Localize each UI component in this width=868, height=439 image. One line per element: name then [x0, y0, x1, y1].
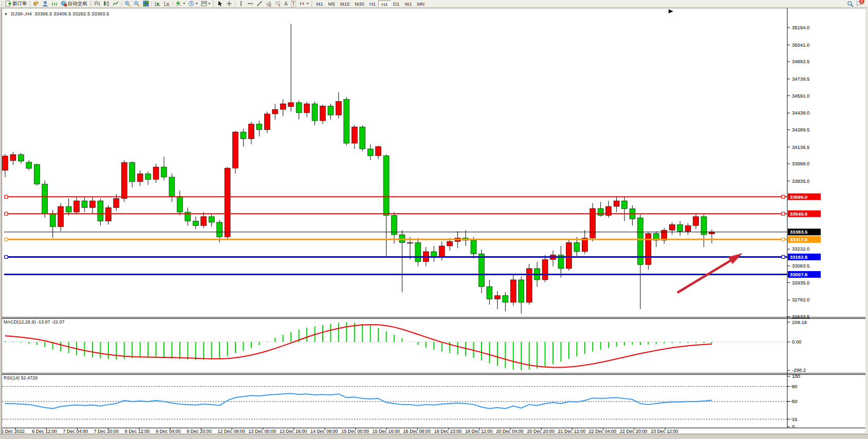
candle-bearish — [344, 99, 349, 143]
candle-bearish — [26, 162, 32, 168]
channel-tool-button[interactable]: E — [264, 0, 273, 7]
price-tick-label: 34438.0 — [792, 110, 809, 116]
indicators-button[interactable]: ▾ — [174, 0, 187, 7]
price-label-text: 33383.5 — [790, 229, 808, 235]
price-label-text: 33317.6 — [790, 237, 807, 242]
price-tick-label: 35041.0 — [792, 42, 809, 48]
price-chart[interactable]: 35194.035041.034892.534739.534591.034438… — [0, 8, 868, 434]
price-label-text: 33545.6 — [790, 211, 807, 217]
signal-icon — [51, 1, 58, 7]
line-handle — [5, 212, 8, 215]
timeframe-H4[interactable]: H4 — [378, 1, 391, 7]
line-chart-icon — [113, 1, 119, 7]
time-axis-label: 6 Dec 12:00 — [32, 429, 57, 434]
timeframe-M15[interactable]: M15 — [338, 1, 352, 7]
templates-button[interactable]: ▾ — [199, 0, 212, 7]
candle-bearish — [66, 206, 71, 212]
candle-bearish — [471, 240, 476, 254]
autotrade-globe-icon — [61, 1, 67, 7]
window-bottom-strip — [0, 434, 868, 439]
auto-scroll-button[interactable] — [153, 0, 162, 7]
line-handle — [5, 255, 8, 258]
candle-bullish — [3, 156, 8, 170]
new-order-button[interactable]: 新订单 — [4, 0, 29, 7]
text-label-tool-label: T — [291, 1, 296, 7]
time-axis-label: 16 Dec 08:00 — [403, 429, 431, 434]
autotrade-button[interactable]: 自动交易 — [59, 0, 89, 7]
candle-bearish — [50, 214, 56, 226]
time-axis-label: 9 Dec 20:00 — [187, 429, 212, 434]
candle-chart-mode-button[interactable] — [102, 0, 111, 7]
tile-windows-button[interactable] — [141, 0, 151, 7]
macd-axis-label: -298.2 — [792, 367, 806, 373]
candle-bullish — [153, 167, 159, 179]
notifications-button[interactable]: 1 — [855, 0, 864, 7]
price-label-text: 33007.6 — [790, 272, 807, 277]
time-axis-label: 22 Dec 20:00 — [620, 429, 648, 434]
crosshair-tool-button[interactable] — [225, 0, 234, 7]
price-tick-label: 33232.0 — [792, 246, 809, 252]
candle-bullish — [407, 242, 413, 243]
candle-bearish — [622, 201, 627, 208]
candlestick-chart-icon — [103, 1, 109, 7]
trendline-tool-button[interactable] — [255, 0, 264, 7]
search-button[interactable] — [845, 0, 855, 7]
candle-bearish — [169, 177, 175, 196]
toolbar-grip[interactable] — [1, 1, 3, 7]
time-axis-label: 22 Dec 04:00 — [589, 429, 617, 434]
candle-bearish — [519, 280, 524, 302]
template-icon — [201, 1, 207, 7]
timeframe-MN[interactable]: MN — [414, 1, 427, 7]
fibonacci-icon: F — [275, 1, 281, 7]
periods-caret: ▾ — [196, 2, 198, 6]
text-tool-button[interactable]: A — [283, 0, 289, 7]
vline-tool-button[interactable] — [236, 0, 246, 7]
signal-button[interactable] — [50, 0, 59, 7]
candle-bearish — [217, 222, 223, 237]
periods-button[interactable]: ▾ — [187, 0, 199, 7]
chart-ohlc-readout: 33366.5 33406.5 33282.5 33383.5 — [34, 11, 109, 16]
bar-chart-mode-button[interactable] — [93, 0, 102, 7]
timeframe-D1[interactable]: D1 — [391, 1, 402, 7]
time-axis-label: 12 Dec 08:00 — [217, 429, 245, 434]
candle-bearish — [296, 103, 302, 113]
time-axis-label: 13 Dec 00:00 — [249, 429, 276, 434]
market-watch-button[interactable] — [31, 0, 41, 7]
candle-bearish — [399, 235, 405, 242]
data-window-button[interactable] — [41, 0, 50, 7]
rsi-axis-label: 100 — [792, 373, 800, 379]
timeframe-W1[interactable]: W1 — [402, 1, 414, 7]
timeframe-M5[interactable]: M5 — [326, 1, 338, 7]
line-chart-mode-button[interactable] — [111, 0, 120, 7]
timeframe-H1[interactable]: H1 — [367, 1, 378, 7]
chart-title[interactable]: ▼ DJ30-,H4 33366.5 33406.5 33282.5 33383… — [4, 11, 109, 16]
chart-shift-button[interactable] — [162, 0, 172, 7]
timeframe-M30[interactable]: M30 — [352, 1, 366, 7]
text-tool-label: A — [284, 1, 288, 7]
candle-bearish — [34, 164, 40, 184]
arrows-tool-button[interactable]: ▾ — [298, 0, 310, 7]
candle-bearish — [241, 132, 246, 139]
candle-bullish — [201, 217, 207, 226]
equidistant-channel-icon: E — [266, 1, 272, 7]
timeframe-M1[interactable]: M1 — [313, 1, 325, 7]
line-handle — [5, 195, 8, 198]
candle-bearish — [312, 104, 318, 121]
candle-bearish — [256, 124, 262, 130]
search-icon — [847, 1, 853, 7]
candle-bearish — [193, 221, 198, 226]
candle-bearish — [82, 201, 87, 207]
candle-bullish — [447, 241, 453, 246]
candle-bullish — [248, 124, 254, 139]
zoom-in-button[interactable] — [123, 0, 132, 7]
zoom-out-button[interactable] — [132, 0, 141, 7]
candle-bearish — [367, 149, 373, 156]
cursor-tool-button[interactable] — [215, 0, 225, 7]
hline-tool-button[interactable] — [246, 0, 255, 7]
chart-title-dropdown-icon[interactable]: ▼ — [4, 12, 8, 16]
clock-icon — [188, 1, 194, 7]
text-label-tool-button[interactable]: T — [289, 0, 298, 7]
time-axis-label: 21 Dec 12:00 — [558, 429, 586, 434]
candle-bearish — [383, 156, 389, 215]
fibonacci-tool-button[interactable]: F — [273, 0, 283, 7]
